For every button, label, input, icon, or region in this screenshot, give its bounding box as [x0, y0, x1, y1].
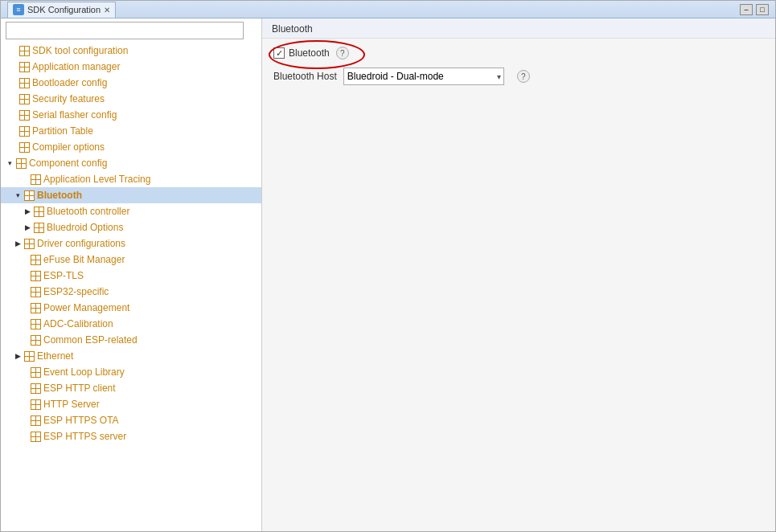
toggle-ethernet[interactable]: ▶ [12, 350, 23, 362]
tree-label-compiler-options: Compiler options [32, 141, 105, 153]
tab-label: SDK Configuration [27, 5, 101, 14]
bluetooth-host-select-wrapper: Bluedroid - Dual-mode NimBLE - BLE only … [343, 68, 504, 85]
tree-item-sdk-tool-config[interactable]: ▶ SDK tool configuration [1, 43, 261, 59]
tree-label-common-esp: Common ESP-related [43, 334, 138, 346]
title-bar: ≡ SDK Configuration ✕ – □ [1, 1, 775, 18]
left-panel: ▶ SDK tool configuration ▶ Application m… [1, 18, 262, 531]
tree-label-app-level-tracing: Application Level Tracing [43, 174, 150, 185]
main-content: ▶ SDK tool configuration ▶ Application m… [1, 18, 775, 531]
title-tab[interactable]: ≡ SDK Configuration ✕ [7, 2, 116, 18]
tree-item-esp-tls[interactable]: ▶ ESP-TLS [1, 268, 261, 284]
right-panel: Bluetooth ✓ Bluetooth ? Bluetooth Host [262, 18, 775, 531]
tree-label-http-server: HTTP Server [43, 399, 100, 410]
grid-icon-event-loop [30, 366, 41, 378]
tree-label-app-manager: Application manager [32, 61, 120, 72]
window-controls: – □ [740, 4, 769, 15]
tree-item-bluetooth-controller[interactable]: ▶ Bluetooth controller [1, 203, 261, 219]
grid-icon-ethernet [23, 350, 35, 362]
grid-icon-bt-controller [33, 206, 44, 217]
tree-item-esp-https-ota[interactable]: ▶ ESP HTTPS OTA [1, 412, 261, 428]
grid-icon-esp-https-server [30, 431, 41, 442]
tree-label-adc-calibration: ADC-Calibration [43, 318, 113, 329]
grid-icon-bluedroid [33, 222, 44, 233]
grid-icon-common-esp [30, 334, 41, 346]
toggle-bluetooth[interactable]: ▾ [12, 190, 23, 201]
grid-icon-esp-http-client [30, 383, 41, 394]
tree-label-bootloader-config: Bootloader config [32, 77, 107, 88]
tree-item-power-management[interactable]: ▶ Power Management [1, 300, 261, 316]
search-input[interactable] [6, 22, 244, 39]
tree-item-bootloader-config[interactable]: ▶ Bootloader config [1, 75, 261, 91]
tree-item-event-loop[interactable]: ▶ Event Loop Library [1, 364, 261, 380]
tree-item-app-level-tracing[interactable]: ▶ Application Level Tracing [1, 171, 261, 187]
bluetooth-label: Bluetooth [289, 47, 330, 59]
tree-item-serial-flasher[interactable]: ▶ Serial flasher config [1, 107, 261, 123]
tree-item-security-features[interactable]: ▶ Security features [1, 91, 261, 107]
tree-item-bluedroid-options[interactable]: ▶ Bluedroid Options [1, 219, 261, 235]
breadcrumb: Bluetooth [262, 18, 775, 39]
grid-icon-http-server [30, 399, 41, 410]
tab-close-button[interactable]: ✕ [104, 6, 110, 14]
tree-item-http-server[interactable]: ▶ HTTP Server [1, 396, 261, 412]
tree-label-partition-table: Partition Table [32, 125, 93, 137]
grid-icon-esp32-specific [30, 286, 41, 297]
grid-icon-driver-config [23, 238, 35, 249]
grid-icon-component-config [15, 158, 27, 169]
tree-label-serial-flasher: Serial flasher config [32, 109, 117, 121]
tree-label-security-features: Security features [32, 93, 105, 104]
toggle-bluetooth-controller[interactable]: ▶ [22, 206, 33, 217]
bluetooth-checkbox-label[interactable]: ✓ Bluetooth [273, 47, 330, 59]
grid-icon-adc [30, 318, 41, 329]
sdk-config-window: ≡ SDK Configuration ✕ – □ ▶ SDK tool con… [0, 0, 776, 532]
bluetooth-host-select[interactable]: Bluedroid - Dual-mode NimBLE - BLE only … [343, 68, 504, 85]
tree-label-bluedroid-options: Bluedroid Options [47, 222, 123, 233]
tree-label-bluetooth-controller: Bluetooth controller [47, 206, 129, 217]
grid-icon-compiler [18, 141, 30, 153]
tree-item-driver-configurations[interactable]: ▶ Driver configurations [1, 235, 261, 252]
bluetooth-checkbox[interactable]: ✓ [273, 47, 285, 59]
tree-item-partition-table[interactable]: ▶ Partition Table [1, 123, 261, 139]
tree-item-bluetooth[interactable]: ▾ Bluetooth [1, 187, 261, 203]
tree-item-component-config[interactable]: ▾ Component config [1, 155, 261, 171]
tree-label-component-config: Component config [29, 158, 107, 169]
tree-item-ethernet[interactable]: ▶ Ethernet [1, 348, 261, 364]
bluetooth-host-help-icon[interactable]: ? [517, 70, 530, 83]
bluetooth-host-label: Bluetooth Host [273, 71, 337, 82]
grid-icon-esp-tls [30, 270, 41, 281]
toggle-bluedroid-options[interactable]: ▶ [22, 222, 33, 233]
tree-label-esp-http-client: ESP HTTP client [43, 383, 116, 394]
tree-label-event-loop: Event Loop Library [43, 366, 125, 378]
grid-icon-security [18, 93, 30, 104]
tree-label-efuse: eFuse Bit Manager [43, 254, 125, 265]
tree-item-compiler-options[interactable]: ▶ Compiler options [1, 139, 261, 155]
config-area: ✓ Bluetooth ? Bluetooth Host Bluedroid -… [262, 39, 775, 531]
tree-item-esp32-specific[interactable]: ▶ ESP32-specific [1, 284, 261, 300]
bluetooth-host-row: Bluetooth Host Bluedroid - Dual-mode Nim… [273, 68, 764, 85]
tree-label-power-management: Power Management [43, 302, 129, 313]
maximize-button[interactable]: □ [756, 4, 769, 15]
tree-item-esp-http-client[interactable]: ▶ ESP HTTP client [1, 380, 261, 396]
tree-item-esp-https-server[interactable]: ▶ ESP HTTPS server [1, 428, 261, 444]
tree-label-driver-configurations: Driver configurations [37, 238, 125, 249]
tree-item-app-manager[interactable]: ▶ Application manager [1, 59, 261, 75]
bluetooth-help-icon[interactable]: ? [336, 47, 349, 59]
tab-icon: ≡ [13, 4, 24, 15]
tree-label-esp-tls: ESP-TLS [43, 270, 84, 281]
tree-label-esp32-specific: ESP32-specific [43, 286, 109, 297]
minimize-button[interactable]: – [740, 4, 753, 15]
grid-icon-efuse [30, 254, 41, 265]
bluetooth-checkbox-row: ✓ Bluetooth ? [273, 47, 764, 59]
grid-icon-bootloader [18, 77, 30, 88]
tree-item-common-esp[interactable]: ▶ Common ESP-related [1, 332, 261, 348]
tree-label-bluetooth: Bluetooth [37, 190, 82, 201]
grid-icon-sdk [18, 45, 30, 56]
grid-icon-app-manager [18, 61, 30, 72]
toggle-component-config[interactable]: ▾ [4, 158, 15, 169]
grid-icon-esp-https-ota [30, 415, 41, 426]
grid-icon-bluetooth [23, 190, 35, 201]
tree-item-efuse[interactable]: ▶ eFuse Bit Manager [1, 252, 261, 268]
tree-container: ▶ SDK tool configuration ▶ Application m… [1, 43, 261, 531]
tree-item-adc-calibration[interactable]: ▶ ADC-Calibration [1, 316, 261, 332]
tree-label-esp-https-ota: ESP HTTPS OTA [43, 415, 119, 426]
toggle-driver-config[interactable]: ▶ [12, 238, 23, 249]
